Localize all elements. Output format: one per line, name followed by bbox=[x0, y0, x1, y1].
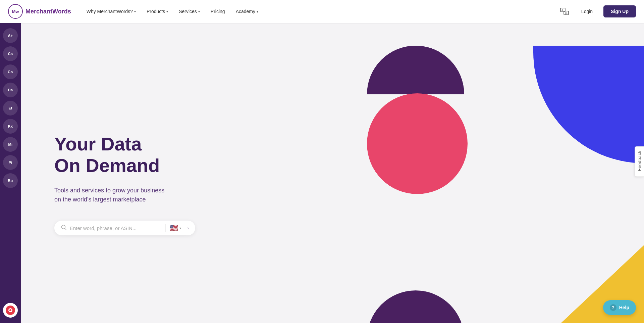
sidebar-item-aplus[interactable]: A+ bbox=[3, 28, 18, 43]
signup-button[interactable]: Sign Up bbox=[603, 5, 636, 17]
translate-icon[interactable]: A あ bbox=[558, 5, 571, 17]
search-icon bbox=[61, 225, 66, 231]
nav-item-products[interactable]: Products ▾ bbox=[142, 6, 173, 17]
help-button[interactable]: ? Help bbox=[603, 300, 636, 315]
sidebar-item-bu[interactable]: Bu bbox=[3, 173, 18, 188]
svg-point-6 bbox=[9, 309, 11, 311]
shape-purple-top bbox=[367, 46, 464, 94]
chevron-down-icon: ▾ bbox=[166, 10, 168, 13]
search-input[interactable] bbox=[70, 225, 163, 231]
logo-icon: Mw bbox=[8, 4, 23, 19]
nav-item-academy[interactable]: Academy ▾ bbox=[231, 6, 263, 17]
navbar: Mw MerchantWords Why MerchantWords? ▾ Pr… bbox=[0, 0, 644, 23]
decorative-shapes bbox=[364, 23, 644, 323]
shape-purple-bottom bbox=[367, 290, 464, 323]
hero-subtitle: Tools and services to grow your business… bbox=[54, 186, 337, 205]
shape-pink-circle bbox=[367, 93, 468, 194]
nav-item-pricing[interactable]: Pricing bbox=[206, 6, 230, 17]
main-content: Your Data On Demand Tools and services t… bbox=[21, 23, 644, 323]
plugin-icon bbox=[6, 306, 15, 315]
chevron-down-icon: ▾ bbox=[134, 10, 136, 13]
sidebar-item-mi[interactable]: Mi bbox=[3, 137, 18, 152]
navbar-right: A あ Login Sign Up bbox=[558, 5, 636, 17]
svg-line-8 bbox=[65, 229, 66, 230]
sidebar-item-cs[interactable]: Cs bbox=[3, 46, 18, 61]
logo-link[interactable]: Mw MerchantWords bbox=[8, 4, 71, 19]
svg-text:あ: あ bbox=[565, 12, 568, 15]
chevron-down-icon: ▾ bbox=[257, 10, 258, 13]
feedback-tab[interactable]: Feedback bbox=[635, 146, 644, 177]
flag-icon: 🇺🇸 bbox=[170, 224, 178, 232]
country-selector[interactable]: 🇺🇸 ▾ bbox=[165, 224, 181, 232]
nav-item-why[interactable]: Why MerchantWords? ▾ bbox=[82, 6, 141, 17]
shape-blue-quarter bbox=[533, 46, 644, 163]
chevron-down-icon: ▾ bbox=[198, 10, 200, 13]
sidebar: A+ Cs Co Ds Et Kx Mi Pi Bu bbox=[0, 23, 21, 323]
hero-title: Your Data On Demand bbox=[54, 133, 337, 177]
nav-menu: Why MerchantWords? ▾ Products ▾ Services… bbox=[82, 6, 558, 17]
sidebar-item-co[interactable]: Co bbox=[3, 64, 18, 79]
sidebar-item-ds[interactable]: Ds bbox=[3, 83, 18, 97]
login-button[interactable]: Login bbox=[576, 6, 598, 17]
sidebar-bottom bbox=[3, 303, 18, 318]
plugin-button[interactable] bbox=[3, 303, 18, 318]
hero-right bbox=[364, 23, 644, 323]
sidebar-item-et[interactable]: Et bbox=[3, 101, 18, 116]
svg-text:A: A bbox=[561, 9, 564, 12]
sidebar-item-pi[interactable]: Pi bbox=[3, 155, 18, 170]
brand-name: MerchantWords bbox=[25, 8, 71, 15]
feedback-label: Feedback bbox=[637, 150, 642, 171]
search-bar: 🇺🇸 ▾ → bbox=[54, 221, 195, 235]
search-submit-button[interactable]: → bbox=[184, 225, 190, 232]
sidebar-item-kx[interactable]: Kx bbox=[3, 119, 18, 134]
nav-item-services[interactable]: Services ▾ bbox=[174, 6, 205, 17]
hero-left: Your Data On Demand Tools and services t… bbox=[21, 106, 364, 263]
help-icon: ? bbox=[610, 304, 616, 311]
chevron-down-icon: ▾ bbox=[179, 226, 181, 230]
svg-point-7 bbox=[62, 225, 65, 229]
